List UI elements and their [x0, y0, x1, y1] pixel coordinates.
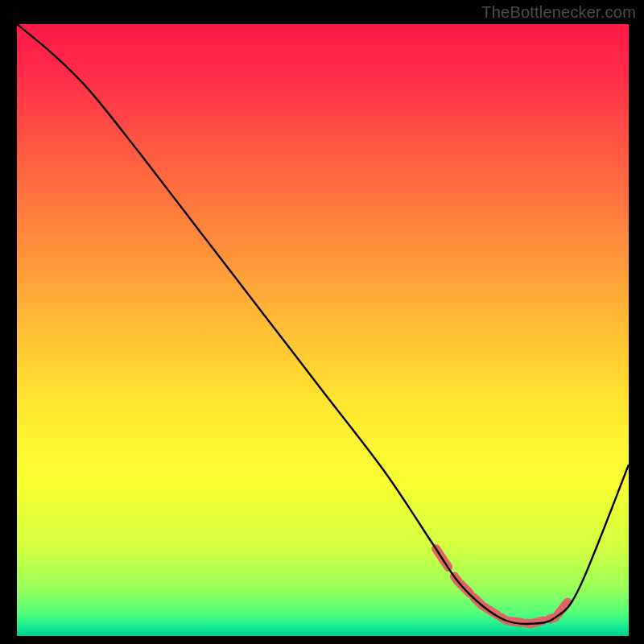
bottleneck-plot: [17, 24, 629, 636]
chart-frame: TheBottlenecker.com: [0, 0, 644, 644]
plot-svg: [17, 24, 629, 636]
gradient-background: [17, 24, 629, 636]
attribution-label: TheBottlenecker.com: [481, 3, 636, 22]
